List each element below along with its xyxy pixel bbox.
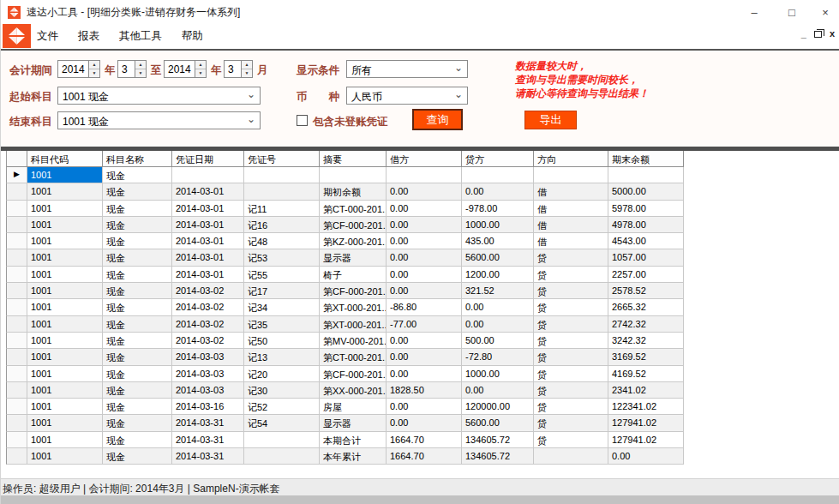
table-cell[interactable]: 3169.52 bbox=[608, 349, 684, 365]
table-cell[interactable]: 借 bbox=[534, 217, 608, 233]
table-cell[interactable]: 0.00 bbox=[387, 217, 462, 233]
row-gutter[interactable] bbox=[6, 217, 27, 233]
table-cell[interactable]: 1001 bbox=[27, 267, 103, 283]
table-cell[interactable]: 4978.00 bbox=[608, 217, 684, 233]
column-header[interactable]: 借方 bbox=[387, 151, 462, 167]
table-cell[interactable]: 记54 bbox=[244, 415, 320, 431]
row-gutter[interactable] bbox=[6, 399, 27, 415]
row-gutter[interactable] bbox=[6, 432, 27, 448]
table-cell[interactable]: 1001 bbox=[27, 366, 103, 382]
table-cell[interactable] bbox=[172, 167, 244, 183]
menu-item-help[interactable]: 帮助 bbox=[177, 27, 207, 45]
table-cell[interactable]: 现金 bbox=[103, 399, 172, 415]
table-cell[interactable]: 显示器 bbox=[320, 415, 387, 431]
table-cell[interactable]: 现金 bbox=[103, 267, 172, 283]
month-to-stepper[interactable]: 3 ▲▼ bbox=[224, 60, 253, 78]
table-cell[interactable]: 第KZ-000-201... bbox=[320, 233, 387, 249]
table-cell[interactable]: 现金 bbox=[103, 366, 172, 382]
table-cell[interactable]: 2014-03-02 bbox=[172, 283, 244, 299]
export-button[interactable]: 导出 bbox=[524, 111, 577, 129]
column-header[interactable]: 方向 bbox=[534, 151, 608, 167]
table-cell[interactable]: 1001 bbox=[27, 283, 103, 299]
table-cell[interactable]: 贷 bbox=[534, 299, 608, 315]
table-cell[interactable]: 记30 bbox=[244, 382, 320, 399]
table-cell[interactable]: 现金 bbox=[103, 217, 172, 233]
table-cell[interactable]: 现金 bbox=[103, 432, 172, 448]
table-cell[interactable]: 贷 bbox=[534, 333, 608, 349]
table-cell[interactable]: 2014-03-01 bbox=[172, 267, 244, 283]
table-cell[interactable]: 第XT-000-201... bbox=[320, 316, 387, 333]
table-cell[interactable] bbox=[244, 448, 320, 465]
table-cell[interactable]: 4543.00 bbox=[608, 233, 684, 249]
table-cell[interactable]: 现金 bbox=[103, 299, 172, 315]
table-cell[interactable]: 2014-03-31 bbox=[172, 448, 244, 465]
table-cell[interactable]: 0.00 bbox=[387, 366, 462, 382]
table-cell[interactable]: 321.52 bbox=[462, 283, 534, 299]
table-cell[interactable]: 现金 bbox=[103, 283, 172, 299]
table-cell[interactable]: 0.00 bbox=[387, 283, 462, 299]
table-cell[interactable]: 1828.50 bbox=[387, 382, 462, 399]
table-cell[interactable]: 1000.00 bbox=[462, 217, 534, 233]
table-cell[interactable]: 记52 bbox=[244, 399, 320, 415]
table-cell[interactable]: 现金 bbox=[103, 448, 172, 465]
table-cell[interactable]: 5978.00 bbox=[608, 201, 684, 217]
table-cell[interactable]: 127941.02 bbox=[608, 415, 684, 431]
table-cell[interactable]: 1001 bbox=[27, 432, 103, 448]
table-cell[interactable]: 贷 bbox=[534, 316, 608, 333]
table-cell[interactable]: 贷 bbox=[534, 267, 608, 283]
spinner-icon[interactable]: ▲▼ bbox=[88, 61, 99, 77]
table-cell[interactable]: 127941.02 bbox=[608, 432, 684, 448]
table-cell[interactable]: 1000.00 bbox=[462, 366, 534, 382]
year-from-stepper[interactable]: 2014 ▲▼ bbox=[57, 60, 100, 78]
table-cell[interactable]: -978.00 bbox=[462, 201, 534, 217]
table-cell[interactable]: 0.00 bbox=[387, 233, 462, 249]
table-cell[interactable]: 第CT-000-201... bbox=[320, 349, 387, 365]
row-gutter[interactable] bbox=[6, 299, 27, 315]
table-cell[interactable]: 0.00 bbox=[462, 299, 534, 315]
table-cell[interactable]: 1001 bbox=[27, 333, 103, 349]
currency-select[interactable]: 人民币 ⌄ bbox=[346, 87, 468, 105]
table-cell[interactable]: 记13 bbox=[244, 349, 320, 365]
table-cell[interactable]: 现金 bbox=[103, 167, 172, 183]
table-cell[interactable]: 0.00 bbox=[387, 249, 462, 266]
gutter-header[interactable] bbox=[6, 151, 27, 167]
spinner-icon[interactable]: ▲▼ bbox=[195, 61, 206, 77]
display-condition-select[interactable]: 所有 ⌄ bbox=[346, 60, 468, 78]
table-cell[interactable]: 0.00 bbox=[608, 448, 684, 465]
table-cell[interactable]: 120000.00 bbox=[462, 399, 534, 415]
menu-item-other-tools[interactable]: 其他工具 bbox=[115, 27, 166, 45]
table-cell[interactable]: 记50 bbox=[244, 333, 320, 349]
table-cell[interactable]: 第CF-000-201... bbox=[320, 366, 387, 382]
column-header[interactable]: 科目代码 bbox=[27, 151, 103, 167]
row-selector-arrow-icon[interactable]: ▶ bbox=[6, 167, 27, 183]
column-header[interactable]: 期末余额 bbox=[608, 151, 684, 167]
table-cell[interactable] bbox=[534, 167, 608, 183]
table-cell[interactable]: 2014-03-03 bbox=[172, 366, 244, 382]
row-gutter[interactable] bbox=[6, 448, 27, 465]
table-cell[interactable]: 1001 bbox=[27, 249, 103, 266]
table-cell[interactable]: 5600.00 bbox=[462, 249, 534, 266]
table-cell[interactable] bbox=[387, 167, 462, 183]
table-cell[interactable]: 0.00 bbox=[387, 415, 462, 431]
table-cell[interactable]: 134605.72 bbox=[462, 448, 534, 465]
table-cell[interactable]: 1001 bbox=[27, 415, 103, 431]
row-gutter[interactable] bbox=[6, 349, 27, 365]
row-gutter[interactable] bbox=[6, 267, 27, 283]
table-cell[interactable]: 现金 bbox=[103, 316, 172, 333]
table-cell[interactable]: 134605.72 bbox=[462, 432, 534, 448]
table-cell[interactable]: 1001 bbox=[27, 382, 103, 399]
table-cell[interactable]: 现金 bbox=[103, 349, 172, 365]
table-cell[interactable]: 0.00 bbox=[462, 316, 534, 333]
table-cell[interactable]: 现金 bbox=[103, 249, 172, 266]
table-cell[interactable]: 2014-03-01 bbox=[172, 183, 244, 200]
table-cell[interactable]: 1001 bbox=[27, 201, 103, 217]
table-cell[interactable]: 2014-03-01 bbox=[172, 233, 244, 249]
table-cell[interactable]: 2742.32 bbox=[608, 316, 684, 333]
table-cell[interactable]: 现金 bbox=[103, 201, 172, 217]
include-unposted-checkbox[interactable] bbox=[297, 115, 308, 126]
table-cell[interactable]: 2014-03-01 bbox=[172, 249, 244, 266]
table-cell[interactable]: 贷 bbox=[534, 349, 608, 365]
table-cell[interactable]: 1200.00 bbox=[462, 267, 534, 283]
table-cell[interactable]: 贷 bbox=[534, 399, 608, 415]
table-cell[interactable]: 借 bbox=[534, 233, 608, 249]
